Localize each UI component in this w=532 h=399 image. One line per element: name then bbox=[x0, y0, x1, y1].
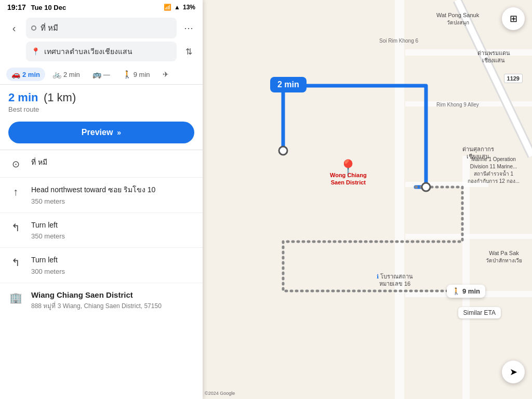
car-icon: 🚗 bbox=[11, 70, 20, 78]
more-options-button[interactable]: ⋯ bbox=[181, 20, 196, 36]
svg-point-9 bbox=[279, 147, 287, 155]
direction-step-2: ↰ Turn left 350 meters bbox=[0, 213, 203, 248]
signal-icon: ▲ bbox=[174, 4, 180, 11]
drive-time-bubble: 2 min bbox=[270, 77, 307, 92]
destination-name: Wiang Chiang Saen District bbox=[31, 290, 194, 299]
svg-rect-0 bbox=[395, 0, 404, 399]
map-area[interactable]: 2 min 🚶 9 min Similar ETA Wat Pong Sanuk… bbox=[203, 0, 532, 399]
destination-input-wrap[interactable]: 📍 เทศบาลตำบลเวียงเชียงแสน bbox=[26, 42, 177, 61]
directions-list: ⊙ ที่ หมี ↑ Head northwest toward ซอย ริ… bbox=[0, 150, 203, 399]
poi-dan-prohm: ด่านพรมแดนเชียงแสน bbox=[468, 49, 520, 64]
origin-point-icon: ⊙ bbox=[12, 158, 20, 170]
date: Tue 10 Dec bbox=[31, 4, 66, 11]
layers-icon: ⊞ bbox=[510, 13, 517, 24]
step3-distance: 300 meters bbox=[31, 268, 194, 275]
walk-time-bubble: 🚶 9 min bbox=[447, 285, 485, 298]
route-info: 2 min (1 km) Best route bbox=[0, 85, 203, 117]
similar-eta-bubble: Similar ETA bbox=[458, 307, 501, 318]
preview-label: Preview bbox=[82, 128, 113, 137]
transport-tabs: 🚗 2 min 🚲 2 min 🚌 — 🚶 9 min ✈ bbox=[0, 64, 203, 85]
pin-icon: 📍 bbox=[31, 47, 40, 56]
wifi-icon: 📶 bbox=[164, 4, 171, 11]
origin-name: ที่ หมี bbox=[31, 157, 194, 168]
tab-car[interactable]: 🚗 2 min bbox=[6, 68, 45, 81]
northwest-arrow-icon: ↑ bbox=[13, 186, 18, 198]
back-button[interactable]: ‹ bbox=[6, 20, 22, 36]
poi-wat-pong-sanuk: Wat Pong Sanukวัดปงสนุก bbox=[436, 11, 479, 26]
google-copyright: ©2024 Google bbox=[205, 391, 235, 396]
status-icons: 📶 ▲ 13% bbox=[164, 4, 195, 11]
svg-rect-5 bbox=[405, 234, 532, 239]
direction-step-1: ↑ Head northwest toward ซอย ริมโขง 10 35… bbox=[0, 178, 203, 213]
route-summary: 2 min (1 km) bbox=[8, 91, 194, 104]
destination-input[interactable]: เทศบาลตำบลเวียงเชียงแสน bbox=[44, 46, 171, 57]
layers-button[interactable]: ⊞ bbox=[502, 7, 525, 30]
origin-dot-icon bbox=[31, 25, 36, 31]
turn-left-icon: ↰ bbox=[11, 221, 20, 234]
destination-row: 📍 เทศบาลตำบลเวียงเชียงแสน ⇅ bbox=[26, 42, 196, 61]
origin-content: ที่ หมี bbox=[31, 157, 194, 168]
status-bar: 19:17 Tue 10 Dec 📶 ▲ 13% bbox=[0, 0, 203, 14]
poi-rim-khong-9: Rim Khong 9 Alley bbox=[436, 101, 479, 108]
step2-instruction: Turn left bbox=[31, 220, 194, 231]
origin-input[interactable]: ที่ หมี bbox=[41, 22, 171, 34]
walk-tab-label: 9 min bbox=[134, 71, 150, 78]
origin-row: ‹ ที่ หมี ⋯ bbox=[6, 18, 196, 38]
step2-content: Turn left 350 meters bbox=[31, 220, 194, 241]
destination-marker-icon: 🏢 bbox=[9, 291, 22, 304]
svg-point-10 bbox=[422, 183, 430, 191]
route-distance: (1 km) bbox=[44, 91, 76, 104]
direction-step-3: ↰ Turn left 300 meters bbox=[0, 248, 203, 283]
destination-content: Wiang Chiang Saen District 888 หมู่ที่ 3… bbox=[31, 290, 194, 311]
step2-distance: 350 meters bbox=[31, 232, 194, 240]
turn-left-2-icon: ↰ bbox=[11, 256, 20, 269]
origin-input-wrap[interactable]: ที่ หมี bbox=[26, 18, 177, 38]
step1-distance: 350 meters bbox=[31, 197, 194, 205]
best-route-label: Best route bbox=[8, 105, 194, 113]
flight-icon: ✈ bbox=[163, 70, 169, 78]
search-area: ‹ ที่ หมี ⋯ 📍 เทศบาลตำบลเวียงเชียงแสน ⇅ bbox=[0, 14, 203, 64]
transit-tab-label: — bbox=[103, 71, 110, 78]
walk-time-label: 9 min bbox=[462, 287, 480, 295]
bike-tab-label: 2 min bbox=[63, 71, 80, 78]
bike-icon: 🚲 bbox=[52, 70, 61, 78]
dest-icon-wrap: 🏢 bbox=[8, 290, 23, 304]
step1-instruction: Head northwest toward ซอย ริมโขง 10 bbox=[31, 185, 194, 195]
step1-content: Head northwest toward ซอย ริมโขง 10 350 … bbox=[31, 185, 194, 205]
direction-origin: ⊙ ที่ หมี bbox=[0, 150, 203, 178]
tab-flight[interactable]: ✈ bbox=[157, 68, 174, 81]
poi-soi-rim-khong-6: Soi Rim Khong 6 bbox=[379, 37, 418, 44]
tab-transit[interactable]: 🚌 — bbox=[87, 68, 115, 81]
step3-content: Turn left 300 meters bbox=[31, 255, 194, 275]
time: 19:17 bbox=[7, 3, 26, 11]
road-1129-label: 1129 bbox=[504, 74, 523, 83]
chevron-icon: » bbox=[117, 128, 121, 137]
transit-icon: 🚌 bbox=[92, 70, 101, 78]
tab-walk[interactable]: 🚶 9 min bbox=[117, 68, 155, 81]
origin-icon-wrap: ⊙ bbox=[8, 157, 23, 170]
route-duration: 2 min bbox=[8, 91, 38, 104]
step2-icon-wrap: ↰ bbox=[8, 220, 23, 234]
tab-bike[interactable]: 🚲 2 min bbox=[47, 68, 85, 81]
destination-address: 888 หมู่ที่ 3 Wiang, Chiang Saen Distric… bbox=[31, 301, 194, 311]
navigation-button[interactable]: ➤ bbox=[502, 361, 525, 383]
poi-wat-pa-sak: Wat Pa Sakวัดป่าสักทางเวีย bbox=[486, 249, 522, 264]
preview-button[interactable]: Preview » bbox=[8, 122, 194, 143]
poi-boran: ℹ โบราณสถานหมายเลข 16 bbox=[369, 273, 421, 288]
compass-icon: ➤ bbox=[510, 366, 517, 378]
swap-button[interactable]: ⇅ bbox=[181, 44, 196, 59]
walk-icon: 🚶 bbox=[123, 70, 131, 78]
step3-icon-wrap: ↰ bbox=[8, 255, 23, 269]
poi-wong-chiang: Wong ChiangSaen District bbox=[330, 171, 367, 187]
walk-icon-map: 🚶 bbox=[452, 287, 460, 295]
step1-icon-wrap: ↑ bbox=[8, 185, 23, 198]
poi-marine: Marine 1 OperationDivision 11 Marine...ส… bbox=[468, 156, 520, 185]
direction-destination: 🏢 Wiang Chiang Saen District 888 หมู่ที่… bbox=[0, 283, 203, 318]
step3-instruction: Turn left bbox=[31, 255, 194, 265]
left-panel: 19:17 Tue 10 Dec 📶 ▲ 13% ‹ ที่ หมี ⋯ 📍 เ… bbox=[0, 0, 203, 399]
time-display: 19:17 Tue 10 Dec bbox=[7, 3, 66, 11]
battery-indicator: 13% bbox=[183, 4, 195, 11]
car-tab-label: 2 min bbox=[22, 71, 40, 78]
